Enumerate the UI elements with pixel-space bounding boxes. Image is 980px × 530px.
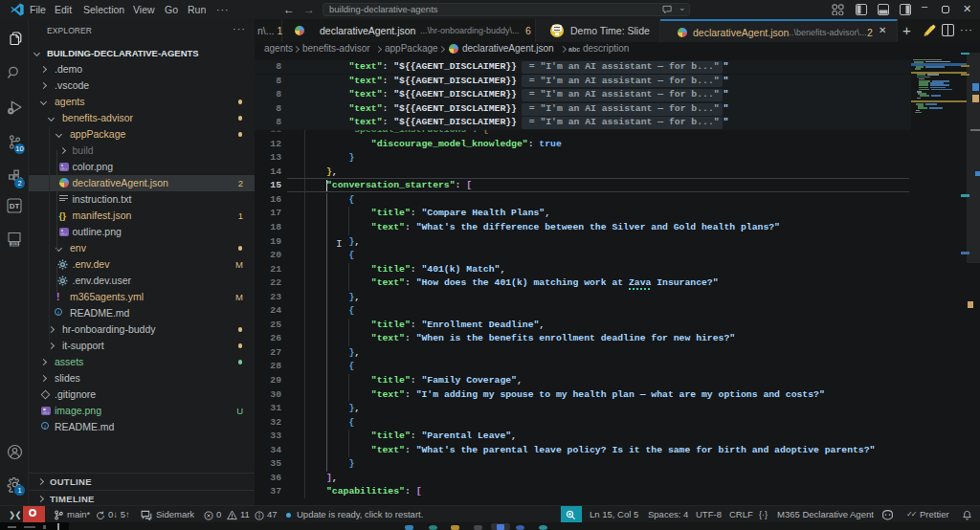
svg-text:DT: DT bbox=[10, 202, 20, 210]
svg-text:M365: M365 bbox=[10, 241, 20, 246]
